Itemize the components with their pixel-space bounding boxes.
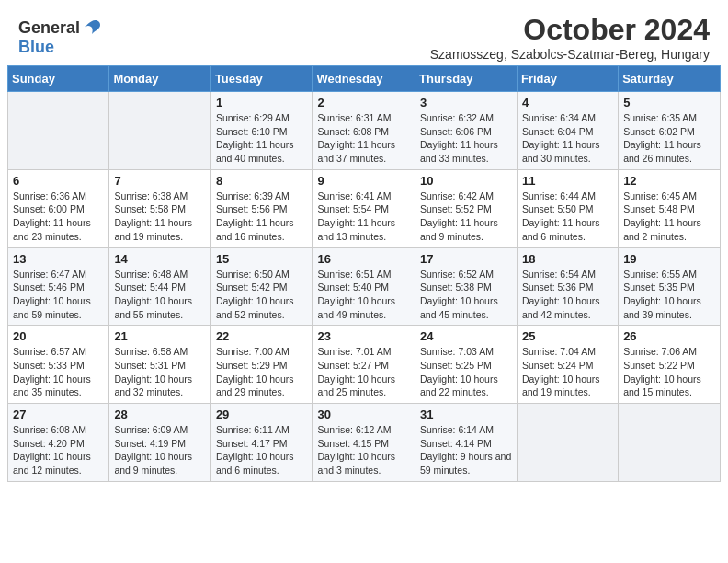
table-row: 19Sunrise: 6:55 AMSunset: 5:35 PMDayligh… [619,247,721,326]
day-number: 17 [420,252,512,266]
day-number: 22 [216,329,308,343]
location-subtitle: Szamosszeg, Szabolcs-Szatmar-Bereg, Hung… [430,47,710,62]
day-info: Sunrise: 6:39 AMSunset: 5:56 PMDaylight:… [216,190,308,244]
day-info: Sunrise: 6:51 AMSunset: 5:40 PMDaylight:… [317,268,410,322]
day-info: Sunrise: 6:55 AMSunset: 5:35 PMDaylight:… [623,268,715,322]
day-number: 18 [522,252,613,266]
logo: General Blue [18,17,102,57]
day-info: Sunrise: 6:12 AMSunset: 4:15 PMDaylight:… [317,423,410,477]
day-number: 4 [522,96,613,109]
day-info: Sunrise: 6:52 AMSunset: 5:38 PMDaylight:… [420,268,512,322]
col-tuesday: Tuesday [210,66,313,92]
day-number: 28 [114,408,205,421]
calendar-week-row: 1Sunrise: 6:29 AMSunset: 6:10 PMDaylight… [8,92,721,170]
day-number: 23 [317,329,410,343]
day-number: 1 [216,96,308,109]
table-row: 11Sunrise: 6:44 AMSunset: 5:50 PMDayligh… [517,169,618,247]
table-row: 28Sunrise: 6:09 AMSunset: 4:19 PMDayligh… [109,404,210,482]
col-monday: Monday [109,66,210,92]
day-number: 8 [216,174,308,188]
table-row: 13Sunrise: 6:47 AMSunset: 5:46 PMDayligh… [8,247,109,326]
day-info: Sunrise: 6:48 AMSunset: 5:44 PMDaylight:… [114,268,205,322]
table-row: 9Sunrise: 6:41 AMSunset: 5:54 PMDaylight… [313,169,415,247]
day-info: Sunrise: 6:58 AMSunset: 5:31 PMDaylight:… [114,345,205,399]
day-info: Sunrise: 6:44 AMSunset: 5:50 PMDaylight:… [522,190,613,244]
day-info: Sunrise: 6:50 AMSunset: 5:42 PMDaylight:… [216,268,308,322]
table-row: 16Sunrise: 6:51 AMSunset: 5:40 PMDayligh… [313,247,415,326]
day-info: Sunrise: 6:34 AMSunset: 6:04 PMDaylight:… [522,111,613,166]
day-number: 24 [420,329,512,343]
title-section: October 2024 Szamosszeg, Szabolcs-Szatma… [430,13,710,62]
calendar-week-row: 6Sunrise: 6:36 AMSunset: 6:00 PMDaylight… [8,169,721,247]
table-row: 20Sunrise: 6:57 AMSunset: 5:33 PMDayligh… [8,326,109,404]
day-number: 20 [13,329,104,343]
day-info: Sunrise: 7:03 AMSunset: 5:25 PMDaylight:… [420,345,512,399]
day-number: 2 [317,96,410,109]
day-info: Sunrise: 7:01 AMSunset: 5:27 PMDaylight:… [317,345,410,399]
day-number: 29 [216,408,308,421]
table-row: 5Sunrise: 6:35 AMSunset: 6:02 PMDaylight… [619,92,721,170]
col-sunday: Sunday [8,66,109,92]
table-row [517,404,618,482]
logo-bird-icon [82,17,102,38]
day-info: Sunrise: 6:54 AMSunset: 5:36 PMDaylight:… [522,268,613,322]
day-info: Sunrise: 6:42 AMSunset: 5:52 PMDaylight:… [420,190,512,244]
calendar-week-row: 20Sunrise: 6:57 AMSunset: 5:33 PMDayligh… [8,326,721,404]
table-row: 18Sunrise: 6:54 AMSunset: 5:36 PMDayligh… [517,247,618,326]
table-row: 15Sunrise: 6:50 AMSunset: 5:42 PMDayligh… [210,247,313,326]
table-row: 25Sunrise: 7:04 AMSunset: 5:24 PMDayligh… [517,326,618,404]
table-row: 30Sunrise: 6:12 AMSunset: 4:15 PMDayligh… [313,404,415,482]
table-row: 21Sunrise: 6:58 AMSunset: 5:31 PMDayligh… [109,326,210,404]
table-row: 14Sunrise: 6:48 AMSunset: 5:44 PMDayligh… [109,247,210,326]
table-row: 27Sunrise: 6:08 AMSunset: 4:20 PMDayligh… [8,404,109,482]
col-wednesday: Wednesday [313,66,415,92]
day-info: Sunrise: 6:11 AMSunset: 4:17 PMDaylight:… [216,423,308,477]
day-number: 30 [317,408,410,421]
table-row: 22Sunrise: 7:00 AMSunset: 5:29 PMDayligh… [210,326,313,404]
logo-blue-text: Blue [18,38,54,57]
day-number: 12 [623,174,715,188]
col-thursday: Thursday [415,66,518,92]
day-number: 14 [114,252,205,266]
logo-general-text: General [18,18,80,38]
table-row [619,404,721,482]
day-number: 9 [317,174,410,188]
table-row: 23Sunrise: 7:01 AMSunset: 5:27 PMDayligh… [313,326,415,404]
table-row: 3Sunrise: 6:32 AMSunset: 6:06 PMDaylight… [415,92,518,170]
day-number: 5 [623,96,715,109]
table-row: 6Sunrise: 6:36 AMSunset: 6:00 PMDaylight… [8,169,109,247]
day-info: Sunrise: 6:57 AMSunset: 5:33 PMDaylight:… [13,345,104,399]
table-row [109,92,210,170]
day-info: Sunrise: 6:31 AMSunset: 6:08 PMDaylight:… [317,111,410,166]
day-number: 6 [13,174,104,188]
day-info: Sunrise: 6:35 AMSunset: 6:02 PMDaylight:… [623,111,715,166]
day-info: Sunrise: 6:32 AMSunset: 6:06 PMDaylight:… [420,111,512,166]
day-info: Sunrise: 6:08 AMSunset: 4:20 PMDaylight:… [13,423,104,477]
table-row: 12Sunrise: 6:45 AMSunset: 5:48 PMDayligh… [619,169,721,247]
day-number: 3 [420,96,512,109]
day-info: Sunrise: 6:29 AMSunset: 6:10 PMDaylight:… [216,111,308,166]
day-number: 13 [13,252,104,266]
day-number: 11 [522,174,613,188]
calendar-table: Sunday Monday Tuesday Wednesday Thursday… [7,65,721,482]
col-saturday: Saturday [619,66,721,92]
day-info: Sunrise: 7:04 AMSunset: 5:24 PMDaylight:… [522,345,613,399]
col-friday: Friday [517,66,618,92]
page-header: General Blue October 2024 Szamosszeg, Sz… [0,0,728,65]
day-number: 10 [420,174,512,188]
day-number: 21 [114,329,205,343]
day-info: Sunrise: 6:45 AMSunset: 5:48 PMDaylight:… [623,190,715,244]
month-title: October 2024 [430,13,710,47]
table-row: 1Sunrise: 6:29 AMSunset: 6:10 PMDaylight… [210,92,313,170]
day-number: 19 [623,252,715,266]
table-row: 26Sunrise: 7:06 AMSunset: 5:22 PMDayligh… [619,326,721,404]
table-row: 31Sunrise: 6:14 AMSunset: 4:14 PMDayligh… [415,404,518,482]
day-info: Sunrise: 6:38 AMSunset: 5:58 PMDaylight:… [114,190,205,244]
day-number: 31 [420,408,512,421]
table-row: 7Sunrise: 6:38 AMSunset: 5:58 PMDaylight… [109,169,210,247]
weekday-header-row: Sunday Monday Tuesday Wednesday Thursday… [8,66,721,92]
day-info: Sunrise: 7:00 AMSunset: 5:29 PMDaylight:… [216,345,308,399]
table-row: 17Sunrise: 6:52 AMSunset: 5:38 PMDayligh… [415,247,518,326]
calendar-wrapper: Sunday Monday Tuesday Wednesday Thursday… [0,65,728,489]
day-info: Sunrise: 6:47 AMSunset: 5:46 PMDaylight:… [13,268,104,322]
